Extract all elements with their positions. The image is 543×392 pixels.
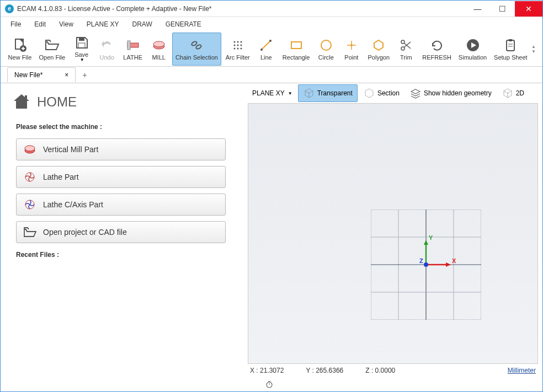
svg-text:Z: Z	[419, 257, 423, 264]
app-icon: e	[5, 4, 14, 13]
minimize-button[interactable]: —	[465, 1, 490, 17]
svg-point-15	[240, 44, 242, 46]
tab-add-button[interactable]: +	[77, 68, 92, 82]
svg-marker-50	[424, 240, 428, 245]
y-coordinate: Y : 265.6366	[306, 367, 343, 374]
svg-point-21	[269, 40, 272, 42]
svg-point-18	[240, 47, 242, 49]
svg-rect-22	[291, 42, 301, 49]
polygon-icon	[371, 37, 386, 53]
svg-point-11	[237, 41, 238, 42]
circle-button[interactable]: Circle	[314, 33, 338, 66]
coordinate-status: X : 21.3072 Y : 265.6366 Z : 0.0000 Mill…	[243, 364, 542, 377]
bottom-status-bar	[243, 377, 542, 391]
tab-close-icon[interactable]: ×	[65, 71, 68, 79]
menu-generate[interactable]: GENERATE	[162, 19, 205, 29]
lathe-caxis-icon	[23, 198, 36, 211]
svg-line-19	[262, 41, 270, 50]
plane-selector[interactable]: PLANE XY ▼	[248, 87, 297, 99]
2d-button[interactable]: 2D	[497, 85, 529, 101]
trim-button[interactable]: Trim	[394, 33, 418, 66]
undo-button[interactable]: Undo	[95, 33, 119, 66]
rectangle-button[interactable]: Rectangle	[279, 33, 313, 66]
open-project-button[interactable]: Open project or CAD file	[16, 221, 226, 243]
folder-open-icon	[23, 225, 36, 239]
chain-selection-button[interactable]: Chain Selection	[172, 33, 222, 66]
play-icon	[465, 37, 481, 53]
menu-edit[interactable]: Edit	[31, 19, 49, 29]
titlebar: e ECAM 4.1.0.83 - License Active - Compl…	[1, 1, 542, 17]
home-title: HOME	[37, 94, 77, 110]
3d-viewport[interactable]: Y X Z	[248, 103, 538, 364]
svg-rect-34	[509, 39, 512, 41]
open-file-icon	[44, 37, 60, 53]
point-icon	[344, 37, 359, 53]
cube-2d-icon	[502, 87, 514, 99]
undo-icon	[99, 37, 115, 53]
select-machine-label: Please select the machine :	[16, 123, 232, 131]
svg-point-14	[237, 44, 238, 46]
view-toolbar: PLANE XY ▼ Transparent Section Show hidd…	[243, 83, 542, 103]
chain-icon	[189, 37, 204, 53]
line-icon	[258, 37, 274, 53]
setup-sheet-button[interactable]: Setup Sheet	[491, 33, 530, 66]
point-button[interactable]: Point	[339, 33, 364, 66]
cube-icon	[303, 87, 315, 99]
stopwatch-icon	[265, 380, 273, 388]
lathe-icon	[125, 37, 141, 53]
svg-text:Y: Y	[429, 234, 433, 241]
layers-icon	[409, 87, 422, 99]
home-panel: HOME Please select the machine : Vertica…	[1, 83, 243, 391]
svg-point-12	[240, 41, 242, 42]
clipboard-icon	[503, 37, 518, 53]
x-coordinate: X : 21.3072	[250, 367, 284, 374]
viewport-grid: Y X Z	[371, 210, 481, 320]
arc-filter-button[interactable]: Arc Filter	[222, 33, 253, 66]
vertical-mill-button[interactable]: Vertical Mill Part	[16, 138, 226, 160]
svg-point-8	[191, 40, 198, 46]
svg-rect-3	[78, 43, 85, 48]
menu-file[interactable]: File	[7, 19, 24, 29]
close-button[interactable]: ✕	[515, 1, 542, 17]
home-icon	[12, 92, 31, 112]
transparent-button[interactable]: Transparent	[298, 84, 358, 102]
save-button[interactable]: Save ▼	[70, 33, 94, 66]
line-button[interactable]: Line	[254, 33, 278, 66]
main-toolbar: New File Open File Save ▼ Undo LATHE MIL…	[1, 31, 542, 67]
open-file-button[interactable]: Open File	[36, 33, 68, 66]
new-file-icon	[12, 37, 28, 53]
svg-line-31	[404, 42, 411, 47]
hidden-geometry-button[interactable]: Show hidden geometry	[405, 85, 496, 101]
document-tabs: New File* × +	[1, 67, 542, 83]
lathe-part-button[interactable]: Lathe Part	[16, 166, 226, 188]
maximize-button[interactable]: ☐	[490, 1, 515, 17]
menu-draw[interactable]: DRAW	[129, 19, 156, 29]
refresh-button[interactable]: REFRESH	[419, 33, 455, 66]
arc-filter-icon	[230, 37, 246, 53]
tab-new-file[interactable]: New File* ×	[7, 67, 76, 82]
menu-plane[interactable]: PLANE XY	[83, 19, 123, 29]
svg-rect-5	[127, 41, 130, 50]
mill-icon	[151, 37, 167, 53]
svg-point-10	[233, 41, 235, 42]
save-icon	[74, 35, 89, 50]
menu-view[interactable]: View	[56, 19, 77, 29]
svg-rect-33	[507, 40, 514, 51]
polygon-button[interactable]: Polygon	[365, 33, 393, 66]
simulation-button[interactable]: Simulation	[455, 33, 489, 66]
svg-point-7	[153, 41, 164, 47]
lathe-caxis-button[interactable]: Lathe C/Axis Part	[16, 194, 226, 216]
section-button[interactable]: Section	[359, 85, 404, 101]
new-file-button[interactable]: New File	[5, 33, 35, 66]
chevron-down-icon: ▼	[80, 57, 84, 62]
menubar: File Edit View PLANE XY DRAW GENERATE	[1, 17, 542, 31]
viewport-panel: PLANE XY ▼ Transparent Section Show hidd…	[243, 83, 542, 391]
toolbar-overflow[interactable]: ▲▼	[531, 44, 538, 54]
svg-point-55	[424, 262, 428, 267]
lathe-part-icon	[23, 170, 36, 184]
unit-selector[interactable]: Millimeter	[508, 367, 536, 374]
mill-button[interactable]: MILL	[147, 33, 171, 66]
svg-point-9	[196, 44, 203, 49]
circle-icon	[318, 37, 334, 53]
lathe-button[interactable]: LATHE	[120, 33, 146, 66]
